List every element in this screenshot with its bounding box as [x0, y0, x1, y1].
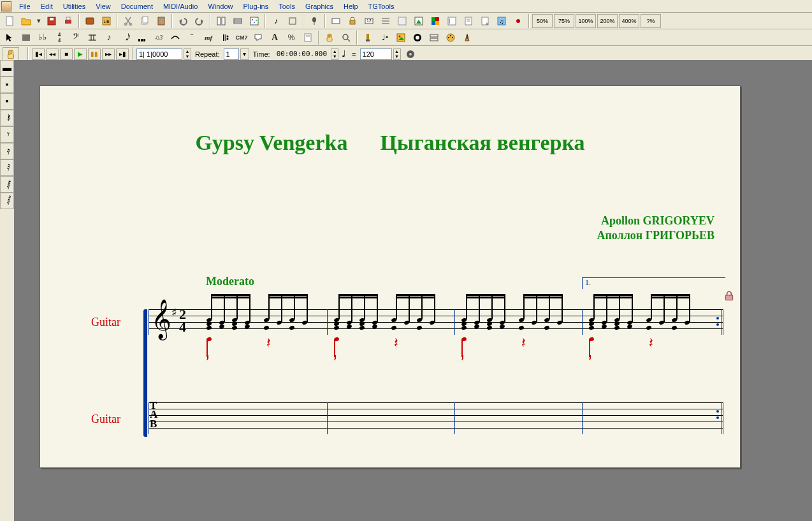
copy-button[interactable] — [137, 14, 152, 28]
score-page[interactable]: Gypsy Vengerka Цыганская венгерка Apollo… — [40, 85, 741, 468]
hand-grabber-tool[interactable] — [322, 31, 337, 45]
paste-button[interactable] — [154, 14, 169, 28]
lyrics-tool[interactable] — [250, 31, 266, 45]
zoom-tool[interactable] — [338, 31, 354, 45]
tempo-spin[interactable]: ▲▼ — [393, 48, 401, 60]
expression-tool[interactable]: mf — [201, 31, 216, 45]
tool-2[interactable] — [285, 14, 300, 28]
page-tool[interactable] — [477, 14, 493, 28]
zoom-200[interactable]: 200% — [597, 14, 618, 28]
measure-display[interactable]: 1| 1|0000 — [136, 48, 182, 60]
step-back-button[interactable]: ◂◂ — [46, 48, 59, 60]
play-button[interactable]: ▶ — [74, 48, 87, 60]
ossia-tool[interactable] — [426, 31, 442, 45]
menu-graphics[interactable]: Graphics — [300, 1, 338, 11]
menu-window[interactable]: Window — [203, 1, 238, 11]
menu-help[interactable]: Help — [338, 1, 363, 11]
graphics-tool[interactable] — [393, 31, 409, 45]
menu-document[interactable]: Document — [116, 1, 158, 11]
speedy-entry-tool[interactable]: 𝅘𝅥𝅯 — [118, 31, 133, 45]
audio-settings-button[interactable] — [403, 47, 418, 61]
simple-entry-tool[interactable]: ♪ — [101, 31, 117, 45]
measure-tool[interactable] — [328, 14, 344, 28]
key-sig-tool[interactable]: ♭♭ — [35, 31, 50, 45]
page-layout-tool[interactable] — [300, 31, 315, 45]
tempo-tool[interactable] — [460, 31, 475, 45]
zoom-100[interactable]: 100% — [576, 14, 596, 28]
first-ending[interactable]: 1. — [582, 277, 725, 289]
palette-quarter-rest[interactable]: ▪ — [0, 93, 14, 110]
time-sig-tool[interactable]: 44 — [52, 31, 67, 45]
step-fwd-button[interactable]: ▸▸ — [102, 48, 115, 60]
time-spin[interactable]: ▲▼ — [331, 48, 338, 60]
zoom-400[interactable]: 400% — [619, 14, 639, 28]
menu-midi-audio[interactable]: MIDI/Audio — [158, 1, 203, 11]
repeat-tool[interactable] — [217, 31, 233, 45]
articulation-tool[interactable]: ˆ — [184, 31, 199, 45]
menu-edit[interactable]: Edit — [36, 1, 58, 11]
text-tool[interactable]: A — [267, 31, 282, 45]
menu-plugins[interactable]: Plug-ins — [238, 1, 274, 11]
extra-tool[interactable] — [511, 14, 526, 28]
save-button[interactable] — [44, 14, 59, 28]
palette-16th-rest[interactable]: 𝄿 — [0, 143, 14, 159]
staff-tool-b[interactable] — [395, 14, 410, 28]
menu-tools[interactable]: Tools — [273, 1, 300, 11]
scroll-view-button[interactable] — [230, 14, 245, 28]
library-button[interactable]: LIB — [99, 14, 114, 28]
hand-tool-big[interactable] — [3, 47, 19, 61]
selection-tool[interactable] — [2, 31, 17, 45]
stop-button[interactable]: ■ — [60, 48, 73, 60]
clef-tool[interactable]: 𝄢 — [68, 31, 83, 45]
staff-system-2[interactable]: T A B — [149, 402, 723, 434]
menu-view[interactable]: View — [91, 1, 116, 11]
palette-eighth-rest-2[interactable]: 𝄾 — [0, 126, 14, 143]
repeat-value[interactable]: 1 — [224, 48, 239, 60]
cut-button[interactable] — [120, 14, 136, 28]
mirror-tool[interactable] — [410, 31, 425, 45]
palette-32nd-rest[interactable]: 𝅀 — [0, 159, 14, 176]
open-dropdown[interactable]: ▾ — [35, 14, 43, 28]
palette-128th-rest[interactable]: 𝅂 — [0, 193, 14, 209]
brace-tool[interactable] — [444, 14, 460, 28]
zoom-50[interactable]: 50% — [532, 14, 553, 28]
palette-64th-rest[interactable]: 𝅁 — [0, 176, 14, 193]
tool-1[interactable]: ♪ — [268, 14, 284, 28]
color-tool[interactable] — [428, 14, 443, 28]
note-mover-tool[interactable]: ♩ — [377, 31, 392, 45]
special-tools-button[interactable] — [360, 31, 375, 45]
tab-staff[interactable] — [149, 402, 723, 434]
print-button[interactable] — [61, 14, 76, 28]
palette-whole-rest[interactable]: ▬ — [0, 60, 14, 77]
pause-button[interactable]: ▮▮ — [88, 48, 101, 60]
measure-spin[interactable]: ▲▼ — [184, 48, 191, 60]
zoom-custom[interactable]: ?% — [641, 14, 661, 28]
menu-tgtools[interactable]: TGTools — [363, 1, 400, 11]
doc-tool[interactable] — [461, 14, 476, 28]
treble-staff[interactable]: 𝄞 ♯ 2 4 — [149, 309, 723, 335]
lock-tool[interactable] — [345, 14, 360, 28]
mic-button[interactable] — [307, 14, 322, 28]
new-file-button[interactable] — [2, 14, 17, 28]
tuplet-tool[interactable]: ♫3 — [151, 31, 166, 45]
chord-tool[interactable]: CM7 — [234, 31, 249, 45]
staff-system-1[interactable]: 𝄞 ♯ 2 4 — [149, 309, 723, 367]
fast-fwd-button[interactable]: ▸▮ — [116, 48, 129, 60]
zoom-75[interactable]: 75% — [554, 14, 574, 28]
measure-tool-2[interactable] — [85, 31, 100, 45]
measure-num-tool[interactable]: 12 — [361, 14, 377, 28]
smart-shape-tool[interactable] — [168, 31, 183, 45]
studio-view-button[interactable] — [247, 14, 262, 28]
staff-tool-a[interactable] — [378, 14, 393, 28]
palette-half-rest[interactable]: ▪ — [0, 77, 14, 93]
resize-tool[interactable]: % — [284, 31, 299, 45]
staff-tool[interactable] — [18, 31, 34, 45]
score-tool[interactable]: ♫ — [494, 14, 509, 28]
midi-tool[interactable] — [443, 31, 458, 45]
menu-utilities[interactable]: Utilities — [58, 1, 91, 11]
tempo-input[interactable] — [360, 48, 392, 60]
redo-button[interactable] — [192, 14, 207, 28]
open-file-button[interactable] — [18, 14, 34, 28]
workspace[interactable]: Gypsy Vengerka Цыганская венгерка Apollo… — [14, 60, 812, 521]
undo-button[interactable] — [175, 14, 191, 28]
